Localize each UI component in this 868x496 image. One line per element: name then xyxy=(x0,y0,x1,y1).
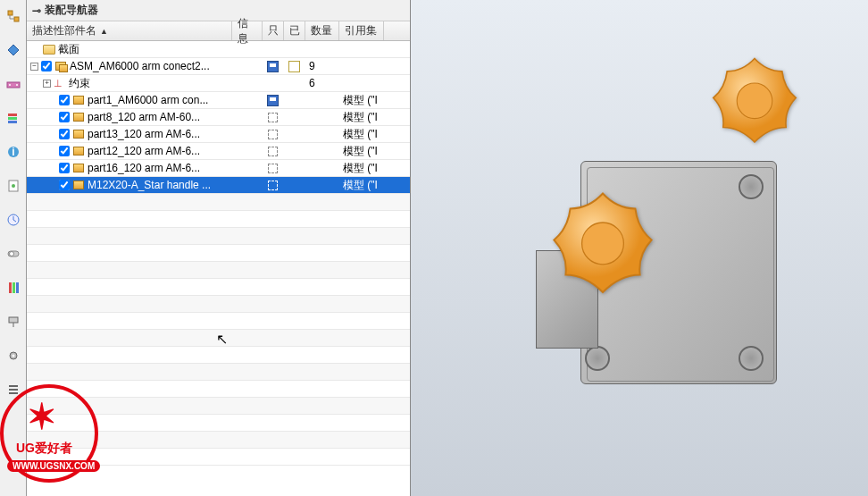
row-checkbox[interactable] xyxy=(59,163,70,173)
dashed-box-icon xyxy=(268,130,278,139)
svg-rect-1 xyxy=(14,17,19,21)
star-handle-icon xyxy=(545,188,661,304)
pin-icon[interactable]: ⊸ xyxy=(32,4,41,17)
assembly-navigator-panel: ⊸ 装配导航器 描述性部件名▲ 信息 只 已 数量 引用集 截面 − ASM_A… xyxy=(27,0,411,496)
row-checkbox[interactable] xyxy=(59,112,70,122)
part-icon xyxy=(72,111,85,123)
tree-row-part[interactable]: part16_120 arm AM-6... 模型 ("I xyxy=(27,160,410,177)
dashed-box-icon xyxy=(268,164,278,173)
empty-row xyxy=(27,228,410,245)
sort-asc-icon: ▲ xyxy=(100,27,108,36)
svg-rect-0 xyxy=(8,11,13,15)
col-header-only[interactable]: 只 xyxy=(263,21,284,40)
panel-title-bar: ⊸ 装配导航器 xyxy=(27,0,410,21)
part-label: part13_120 arm AM-6... xyxy=(88,128,200,140)
root-qty: 9 xyxy=(305,58,339,74)
tree-row-part[interactable]: part12_120 arm AM-6... 模型 ("I xyxy=(27,143,410,160)
part-ref: 模型 ("I xyxy=(339,160,384,176)
assembly-icon xyxy=(54,60,67,72)
tree-row-part[interactable]: part1_AM6000 arm con... 模型 ("I xyxy=(27,92,410,109)
row-checkbox[interactable] xyxy=(41,61,52,71)
row-checkbox[interactable] xyxy=(59,95,70,105)
empty-row xyxy=(27,211,410,228)
part-icon xyxy=(72,94,85,106)
part-ref: 模型 ("I xyxy=(339,92,384,108)
empty-row xyxy=(27,347,410,364)
part-ref: 模型 ("I xyxy=(339,177,384,193)
part-ref: 模型 ("I xyxy=(339,126,384,142)
roller-icon[interactable] xyxy=(3,311,24,332)
assembly-tree-icon[interactable] xyxy=(3,5,24,27)
component-icon[interactable] xyxy=(3,73,24,95)
part-label: part8_120 arm AM-60... xyxy=(88,111,200,123)
constraint-nav-icon[interactable] xyxy=(3,39,24,61)
dashed-box-icon xyxy=(268,147,278,156)
watermark-figure-icon: ✶ xyxy=(27,396,57,437)
save-icon xyxy=(267,61,279,72)
root-label: ASM_AM6000 arm conect2... xyxy=(70,60,210,72)
spectrum-icon[interactable] xyxy=(3,277,24,298)
constraint-icon xyxy=(54,77,66,89)
tree-row-root[interactable]: − ASM_AM6000 arm conect2... 9 xyxy=(27,58,410,75)
col-header-done[interactable]: 已 xyxy=(284,21,305,40)
empty-row xyxy=(27,245,410,262)
svg-rect-18 xyxy=(9,317,18,323)
svg-point-25 xyxy=(737,83,772,119)
svg-point-11 xyxy=(12,184,15,188)
svg-rect-16 xyxy=(13,282,15,293)
dashed-box-icon xyxy=(268,113,278,122)
part-label: part1_AM6000 arm con... xyxy=(88,94,208,106)
svg-point-21 xyxy=(12,355,14,357)
col-header-ref[interactable]: 引用集 xyxy=(339,21,384,40)
svg-rect-17 xyxy=(16,282,19,293)
part-label: part16_120 arm AM-6... xyxy=(88,162,200,174)
3d-viewport[interactable] xyxy=(411,0,868,496)
row-checkbox[interactable] xyxy=(59,129,70,139)
col-header-qty[interactable]: 数量 xyxy=(305,21,339,40)
part-icon xyxy=(72,128,85,140)
watermark-text2: WWW.UGSNX.COM xyxy=(7,460,100,472)
svg-point-14 xyxy=(9,252,13,256)
empty-row xyxy=(27,262,410,279)
part-icon xyxy=(72,162,85,174)
tree-row-section[interactable]: 截面 xyxy=(27,41,410,58)
clock-icon[interactable] xyxy=(3,209,24,231)
section-label: 截面 xyxy=(58,42,79,57)
save-icon xyxy=(267,95,279,106)
empty-row xyxy=(27,313,410,330)
row-checkbox[interactable] xyxy=(59,180,70,190)
svg-point-3 xyxy=(9,84,11,86)
svg-rect-15 xyxy=(9,282,12,293)
col-header-info[interactable]: 信息 xyxy=(232,21,263,40)
edit-icon xyxy=(288,61,300,72)
expand-icon[interactable]: + xyxy=(43,80,51,88)
empty-row xyxy=(27,296,410,313)
empty-row xyxy=(27,194,410,211)
part-icon xyxy=(72,179,85,191)
svg-point-26 xyxy=(582,223,624,265)
part-ref: 模型 ("I xyxy=(339,143,384,159)
tree-row-part-selected[interactable]: M12X20-A_Star handle ... 模型 ("I xyxy=(27,177,410,194)
sheet-icon[interactable] xyxy=(3,175,24,197)
collapse-icon[interactable]: − xyxy=(30,63,38,71)
svg-rect-7 xyxy=(8,121,17,123)
part-icon xyxy=(72,145,85,157)
constraints-label: 约束 xyxy=(69,76,90,91)
part-label: M12X20-A_Star handle ... xyxy=(88,179,211,191)
col-header-name[interactable]: 描述性部件名▲ xyxy=(27,21,232,40)
info-blue-icon[interactable]: i xyxy=(3,141,24,163)
star-handle-icon xyxy=(705,54,804,152)
model-hole-icon xyxy=(585,346,610,371)
folder-icon xyxy=(43,43,55,55)
empty-row xyxy=(27,364,410,381)
constraints-qty: 6 xyxy=(305,75,339,91)
layers-icon[interactable] xyxy=(3,107,24,129)
tree-row-part[interactable]: part13_120 arm AM-6... 模型 ("I xyxy=(27,126,410,143)
tree-row-part[interactable]: part8_120 arm AM-60... 模型 ("I xyxy=(27,109,410,126)
gear-icon[interactable] xyxy=(3,345,24,366)
panel-title: 装配导航器 xyxy=(45,3,98,18)
tree-row-constraints[interactable]: + 约束 6 xyxy=(27,75,410,92)
toggle-icon[interactable] xyxy=(3,243,24,265)
row-checkbox[interactable] xyxy=(59,146,70,156)
svg-text:i: i xyxy=(12,146,14,158)
